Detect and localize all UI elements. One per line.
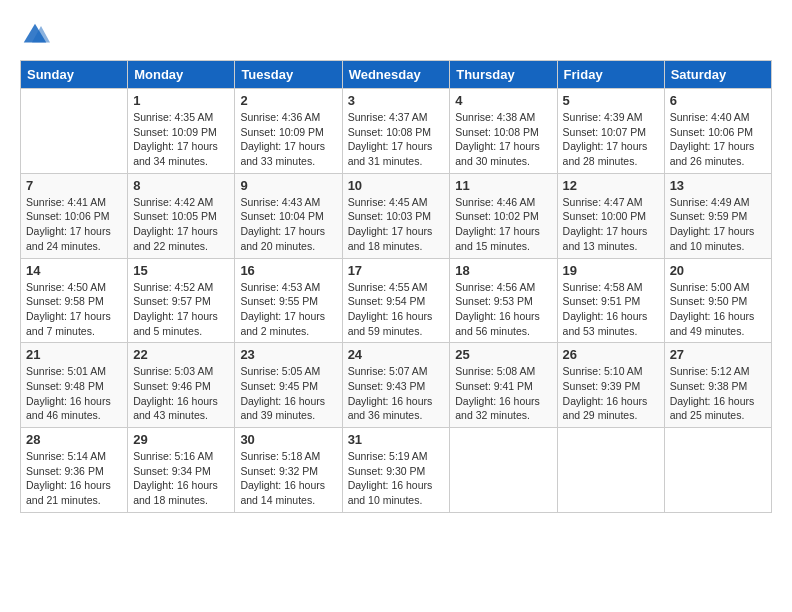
day-number: 15 bbox=[133, 263, 229, 278]
day-info: Sunrise: 4:43 AM Sunset: 10:04 PM Daylig… bbox=[240, 195, 336, 254]
day-info: Sunrise: 4:41 AM Sunset: 10:06 PM Daylig… bbox=[26, 195, 122, 254]
day-number: 26 bbox=[563, 347, 659, 362]
day-info: Sunrise: 5:00 AM Sunset: 9:50 PM Dayligh… bbox=[670, 280, 766, 339]
calendar-cell: 19Sunrise: 4:58 AM Sunset: 9:51 PM Dayli… bbox=[557, 258, 664, 343]
day-number: 28 bbox=[26, 432, 122, 447]
day-info: Sunrise: 5:12 AM Sunset: 9:38 PM Dayligh… bbox=[670, 364, 766, 423]
day-info: Sunrise: 4:36 AM Sunset: 10:09 PM Daylig… bbox=[240, 110, 336, 169]
day-number: 13 bbox=[670, 178, 766, 193]
day-info: Sunrise: 4:53 AM Sunset: 9:55 PM Dayligh… bbox=[240, 280, 336, 339]
day-info: Sunrise: 5:19 AM Sunset: 9:30 PM Dayligh… bbox=[348, 449, 445, 508]
calendar-cell: 27Sunrise: 5:12 AM Sunset: 9:38 PM Dayli… bbox=[664, 343, 771, 428]
day-number: 19 bbox=[563, 263, 659, 278]
day-info: Sunrise: 4:39 AM Sunset: 10:07 PM Daylig… bbox=[563, 110, 659, 169]
calendar-cell: 11Sunrise: 4:46 AM Sunset: 10:02 PM Dayl… bbox=[450, 173, 557, 258]
day-info: Sunrise: 4:35 AM Sunset: 10:09 PM Daylig… bbox=[133, 110, 229, 169]
day-number: 30 bbox=[240, 432, 336, 447]
calendar-cell: 22Sunrise: 5:03 AM Sunset: 9:46 PM Dayli… bbox=[128, 343, 235, 428]
day-of-week-header: Friday bbox=[557, 61, 664, 89]
calendar-cell: 1Sunrise: 4:35 AM Sunset: 10:09 PM Dayli… bbox=[128, 89, 235, 174]
calendar-cell: 23Sunrise: 5:05 AM Sunset: 9:45 PM Dayli… bbox=[235, 343, 342, 428]
calendar-cell: 28Sunrise: 5:14 AM Sunset: 9:36 PM Dayli… bbox=[21, 428, 128, 513]
calendar-cell: 30Sunrise: 5:18 AM Sunset: 9:32 PM Dayli… bbox=[235, 428, 342, 513]
day-number: 11 bbox=[455, 178, 551, 193]
day-info: Sunrise: 5:03 AM Sunset: 9:46 PM Dayligh… bbox=[133, 364, 229, 423]
day-info: Sunrise: 5:16 AM Sunset: 9:34 PM Dayligh… bbox=[133, 449, 229, 508]
calendar-cell: 3Sunrise: 4:37 AM Sunset: 10:08 PM Dayli… bbox=[342, 89, 450, 174]
calendar-header-row: SundayMondayTuesdayWednesdayThursdayFrid… bbox=[21, 61, 772, 89]
day-number: 6 bbox=[670, 93, 766, 108]
calendar-cell bbox=[557, 428, 664, 513]
calendar-cell: 21Sunrise: 5:01 AM Sunset: 9:48 PM Dayli… bbox=[21, 343, 128, 428]
day-info: Sunrise: 4:42 AM Sunset: 10:05 PM Daylig… bbox=[133, 195, 229, 254]
calendar-cell: 6Sunrise: 4:40 AM Sunset: 10:06 PM Dayli… bbox=[664, 89, 771, 174]
day-info: Sunrise: 4:46 AM Sunset: 10:02 PM Daylig… bbox=[455, 195, 551, 254]
day-number: 29 bbox=[133, 432, 229, 447]
day-number: 4 bbox=[455, 93, 551, 108]
day-number: 20 bbox=[670, 263, 766, 278]
day-number: 14 bbox=[26, 263, 122, 278]
calendar-cell: 25Sunrise: 5:08 AM Sunset: 9:41 PM Dayli… bbox=[450, 343, 557, 428]
page-header bbox=[20, 20, 772, 50]
day-number: 8 bbox=[133, 178, 229, 193]
calendar-cell: 4Sunrise: 4:38 AM Sunset: 10:08 PM Dayli… bbox=[450, 89, 557, 174]
calendar-cell bbox=[450, 428, 557, 513]
calendar-cell: 13Sunrise: 4:49 AM Sunset: 9:59 PM Dayli… bbox=[664, 173, 771, 258]
calendar-cell: 29Sunrise: 5:16 AM Sunset: 9:34 PM Dayli… bbox=[128, 428, 235, 513]
calendar-cell: 10Sunrise: 4:45 AM Sunset: 10:03 PM Dayl… bbox=[342, 173, 450, 258]
calendar-cell: 18Sunrise: 4:56 AM Sunset: 9:53 PM Dayli… bbox=[450, 258, 557, 343]
day-number: 21 bbox=[26, 347, 122, 362]
day-info: Sunrise: 5:14 AM Sunset: 9:36 PM Dayligh… bbox=[26, 449, 122, 508]
day-info: Sunrise: 5:05 AM Sunset: 9:45 PM Dayligh… bbox=[240, 364, 336, 423]
calendar-cell: 16Sunrise: 4:53 AM Sunset: 9:55 PM Dayli… bbox=[235, 258, 342, 343]
calendar-week-row: 7Sunrise: 4:41 AM Sunset: 10:06 PM Dayli… bbox=[21, 173, 772, 258]
day-info: Sunrise: 5:18 AM Sunset: 9:32 PM Dayligh… bbox=[240, 449, 336, 508]
day-info: Sunrise: 4:56 AM Sunset: 9:53 PM Dayligh… bbox=[455, 280, 551, 339]
day-number: 23 bbox=[240, 347, 336, 362]
day-info: Sunrise: 4:38 AM Sunset: 10:08 PM Daylig… bbox=[455, 110, 551, 169]
day-number: 5 bbox=[563, 93, 659, 108]
day-number: 12 bbox=[563, 178, 659, 193]
calendar-cell: 5Sunrise: 4:39 AM Sunset: 10:07 PM Dayli… bbox=[557, 89, 664, 174]
calendar-cell: 2Sunrise: 4:36 AM Sunset: 10:09 PM Dayli… bbox=[235, 89, 342, 174]
day-info: Sunrise: 4:40 AM Sunset: 10:06 PM Daylig… bbox=[670, 110, 766, 169]
calendar-cell: 8Sunrise: 4:42 AM Sunset: 10:05 PM Dayli… bbox=[128, 173, 235, 258]
calendar-week-row: 1Sunrise: 4:35 AM Sunset: 10:09 PM Dayli… bbox=[21, 89, 772, 174]
calendar-cell: 9Sunrise: 4:43 AM Sunset: 10:04 PM Dayli… bbox=[235, 173, 342, 258]
day-info: Sunrise: 5:08 AM Sunset: 9:41 PM Dayligh… bbox=[455, 364, 551, 423]
day-number: 22 bbox=[133, 347, 229, 362]
day-info: Sunrise: 4:45 AM Sunset: 10:03 PM Daylig… bbox=[348, 195, 445, 254]
calendar-week-row: 21Sunrise: 5:01 AM Sunset: 9:48 PM Dayli… bbox=[21, 343, 772, 428]
day-info: Sunrise: 4:50 AM Sunset: 9:58 PM Dayligh… bbox=[26, 280, 122, 339]
calendar-cell: 12Sunrise: 4:47 AM Sunset: 10:00 PM Dayl… bbox=[557, 173, 664, 258]
day-number: 1 bbox=[133, 93, 229, 108]
day-number: 25 bbox=[455, 347, 551, 362]
day-of-week-header: Thursday bbox=[450, 61, 557, 89]
day-info: Sunrise: 5:10 AM Sunset: 9:39 PM Dayligh… bbox=[563, 364, 659, 423]
day-number: 24 bbox=[348, 347, 445, 362]
day-number: 10 bbox=[348, 178, 445, 193]
day-number: 9 bbox=[240, 178, 336, 193]
day-number: 31 bbox=[348, 432, 445, 447]
day-number: 2 bbox=[240, 93, 336, 108]
day-info: Sunrise: 4:52 AM Sunset: 9:57 PM Dayligh… bbox=[133, 280, 229, 339]
day-info: Sunrise: 4:37 AM Sunset: 10:08 PM Daylig… bbox=[348, 110, 445, 169]
day-number: 3 bbox=[348, 93, 445, 108]
day-of-week-header: Monday bbox=[128, 61, 235, 89]
calendar-week-row: 14Sunrise: 4:50 AM Sunset: 9:58 PM Dayli… bbox=[21, 258, 772, 343]
day-of-week-header: Tuesday bbox=[235, 61, 342, 89]
day-number: 16 bbox=[240, 263, 336, 278]
calendar-cell: 17Sunrise: 4:55 AM Sunset: 9:54 PM Dayli… bbox=[342, 258, 450, 343]
day-info: Sunrise: 4:47 AM Sunset: 10:00 PM Daylig… bbox=[563, 195, 659, 254]
calendar-cell: 15Sunrise: 4:52 AM Sunset: 9:57 PM Dayli… bbox=[128, 258, 235, 343]
calendar-week-row: 28Sunrise: 5:14 AM Sunset: 9:36 PM Dayli… bbox=[21, 428, 772, 513]
calendar-cell: 7Sunrise: 4:41 AM Sunset: 10:06 PM Dayli… bbox=[21, 173, 128, 258]
day-number: 27 bbox=[670, 347, 766, 362]
calendar-table: SundayMondayTuesdayWednesdayThursdayFrid… bbox=[20, 60, 772, 513]
calendar-cell: 26Sunrise: 5:10 AM Sunset: 9:39 PM Dayli… bbox=[557, 343, 664, 428]
day-number: 18 bbox=[455, 263, 551, 278]
calendar-cell bbox=[664, 428, 771, 513]
day-info: Sunrise: 5:07 AM Sunset: 9:43 PM Dayligh… bbox=[348, 364, 445, 423]
day-number: 17 bbox=[348, 263, 445, 278]
calendar-cell: 14Sunrise: 4:50 AM Sunset: 9:58 PM Dayli… bbox=[21, 258, 128, 343]
